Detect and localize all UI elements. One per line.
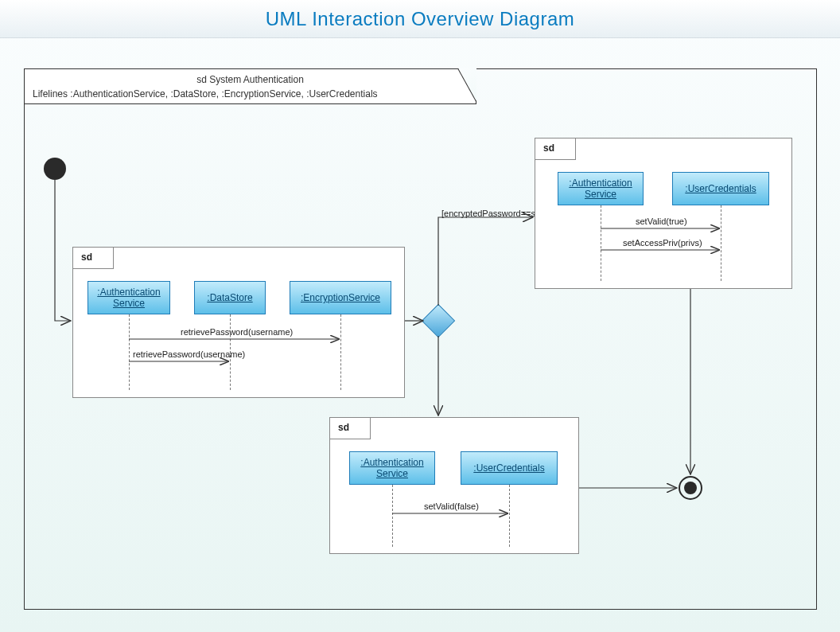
msg-retrieve-1: retrievePassword(username) <box>181 327 293 337</box>
lifeline-encryption-service: :EncryptionService <box>290 281 391 314</box>
final-node <box>679 476 702 500</box>
sd-frame-retrieve: sd :Authentication Service :DataStore :E… <box>72 247 405 398</box>
lifeline-datastore: :DataStore <box>194 281 266 314</box>
sd-tab: sd <box>329 417 371 439</box>
sd-frame-valid-false: sd :Authentication Service :UserCredenti… <box>329 417 579 554</box>
lifeline-user-credentials: :UserCredentials <box>461 451 558 485</box>
msg-retrieve-2: retrievePassword(username) <box>133 349 245 359</box>
main-frame-header: sd System Authentication Lifelines :Auth… <box>24 68 476 104</box>
msg-setvalid-false: setValid(false) <box>424 501 479 511</box>
msg-setvalid-true: setValid(true) <box>636 217 687 226</box>
sd-frame-valid-true: sd :Authentication Service :UserCredenti… <box>535 138 792 289</box>
lifeline-auth-service: :Authentication Service <box>558 172 644 205</box>
diagram-title: UML Interaction Overview Diagram <box>266 8 575 30</box>
sd-tab: sd <box>72 247 114 269</box>
msg-setaccess: setAccessPriv(privs) <box>623 238 702 248</box>
lifeline-auth-service: :Authentication Service <box>88 281 170 314</box>
lifeline-auth-service: :Authentication Service <box>349 451 435 485</box>
main-frame-title: sd System Authentication <box>33 72 468 87</box>
main-frame-lifelines: Lifelines :AuthenticationService, :DataS… <box>33 87 468 101</box>
lifeline-user-credentials: :UserCredentials <box>672 172 769 205</box>
title-bar: UML Interaction Overview Diagram <box>0 0 840 38</box>
sd-tab: sd <box>535 138 576 160</box>
diagram-canvas: sd System Authentication Lifelines :Auth… <box>0 38 840 632</box>
initial-node <box>44 158 66 180</box>
